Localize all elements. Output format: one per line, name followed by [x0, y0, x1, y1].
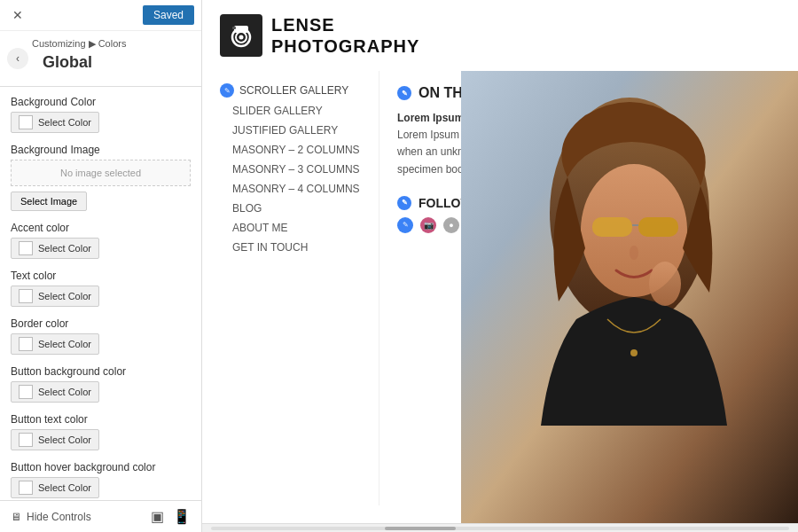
- button-hover-bg-color-section: Button hover background color Select Col…: [11, 461, 191, 498]
- text-color-button[interactable]: Select Color: [11, 286, 99, 307]
- button-bg-color-btn-label: Select Color: [38, 387, 91, 397]
- text-color-section: Text color Select Color: [11, 270, 191, 307]
- svg-point-4: [239, 35, 244, 40]
- site-nav: SCROLLER GALLERY SLIDER GALLERY JUSTIFIE…: [202, 71, 379, 505]
- border-color-section: Border color Select Color: [11, 317, 191, 355]
- button-hover-bg-color-btn-label: Select Color: [38, 482, 91, 493]
- nav-item-masonry4[interactable]: MASONRY – 4 COLUMNS: [220, 179, 361, 199]
- nav-about-label: ABOUT ME: [232, 222, 287, 234]
- monitor-icon: 🖥: [11, 511, 21, 523]
- logo-text: LENSE PHOTOGRAPHY: [271, 14, 419, 57]
- button-bg-color-button[interactable]: Select Color: [11, 381, 99, 403]
- hero-image-placeholder: [461, 71, 798, 523]
- button-hover-bg-color-button[interactable]: Select Color: [11, 477, 99, 498]
- accent-color-swatch: [19, 241, 33, 255]
- mobile-icon[interactable]: 📱: [173, 508, 191, 525]
- nav-item-contact[interactable]: GET IN TOUCH: [220, 238, 361, 257]
- button-text-color-swatch: [19, 433, 33, 447]
- text-color-swatch: [19, 289, 33, 303]
- nav-item-justified[interactable]: JUSTIFIED GALLERY: [220, 121, 361, 140]
- nav-masonry4-label: MASONRY – 4 COLUMNS: [232, 183, 360, 195]
- hide-controls-button[interactable]: 🖥 Hide Controls: [11, 511, 91, 523]
- panel-body: Background Color Select Color Background…: [0, 87, 201, 500]
- customizer-panel: ✕ Saved ‹ Customizing ▶ Colors Global Ba…: [0, 0, 202, 532]
- svg-point-13: [630, 349, 638, 356]
- scrollbar-track: [211, 527, 789, 530]
- border-color-label: Border color: [11, 317, 191, 330]
- panel-top-bar: ✕ Saved: [0, 0, 201, 30]
- circle-icon[interactable]: ●: [443, 217, 459, 233]
- svg-rect-5: [232, 27, 236, 29]
- nav-item-about[interactable]: ABOUT ME: [220, 218, 361, 238]
- nav-slider-label: SLIDER GALLERY: [232, 105, 323, 117]
- nav-masonry2-label: MASONRY – 2 COLUMNS: [232, 144, 360, 156]
- nav-item-masonry2[interactable]: MASONRY – 2 COLUMNS: [220, 140, 361, 160]
- edit-social-icon[interactable]: ✎: [397, 217, 413, 233]
- site-logo: LENSE PHOTOGRAPHY: [220, 14, 419, 57]
- preview-scrollbar[interactable]: [202, 523, 798, 532]
- site-header: LENSE PHOTOGRAPHY: [202, 0, 798, 71]
- nav-masonry3-label: MASONRY – 3 COLUMNS: [232, 163, 360, 176]
- hero-svg: [461, 71, 798, 523]
- instagram-icon[interactable]: 📷: [420, 217, 436, 233]
- select-image-button[interactable]: Select Image: [11, 192, 87, 211]
- back-button[interactable]: ‹: [7, 48, 28, 69]
- site-body: SCROLLER GALLERY SLIDER GALLERY JUSTIFIE…: [202, 71, 798, 505]
- svg-point-12: [630, 246, 638, 260]
- nav-justified-label: JUSTIFIED GALLERY: [232, 124, 338, 137]
- hero-image: [461, 71, 798, 523]
- hide-controls-label: Hide Controls: [27, 511, 91, 523]
- background-color-section: Background Color Select Color: [11, 96, 191, 133]
- panel-footer: 🖥 Hide Controls ▣ 📱: [0, 500, 201, 532]
- preview-content: LENSE PHOTOGRAPHY SCROLLER GALLERY SLIDE…: [202, 0, 798, 523]
- site-wrapper: LENSE PHOTOGRAPHY SCROLLER GALLERY SLIDE…: [202, 0, 798, 505]
- breadcrumb: ‹ Customizing ▶ Colors Global: [0, 30, 201, 86]
- section-title: Global: [32, 50, 191, 81]
- button-text-color-btn-label: Select Color: [38, 434, 91, 445]
- background-color-label: Background Color: [11, 96, 191, 108]
- nav-scroller-label: SCROLLER GALLERY: [239, 84, 348, 97]
- footer-icons: ▣ 📱: [151, 508, 191, 525]
- about-text-bold: Lorem Ipsum: [397, 112, 464, 124]
- no-image-placeholder: No image selected: [11, 160, 191, 186]
- nav-item-blog[interactable]: BLOG: [220, 199, 361, 218]
- border-color-swatch: [19, 337, 33, 351]
- accent-color-btn-label: Select Color: [38, 243, 91, 254]
- edit-scroller-icon[interactable]: [220, 83, 234, 98]
- button-bg-color-swatch: [19, 385, 33, 399]
- nav-item-slider[interactable]: SLIDER GALLERY: [220, 101, 361, 121]
- background-color-btn-label: Select Color: [38, 117, 91, 128]
- background-color-swatch: [19, 115, 33, 129]
- saved-button[interactable]: Saved: [143, 5, 194, 25]
- scrollbar-thumb[interactable]: [385, 527, 456, 530]
- border-color-btn-label: Select Color: [38, 339, 91, 349]
- nav-blog-label: BLOG: [232, 202, 262, 215]
- site-preview: LENSE PHOTOGRAPHY SCROLLER GALLERY SLIDE…: [202, 0, 798, 532]
- background-image-section: Background Image No image selected Selec…: [11, 144, 191, 211]
- button-text-color-button[interactable]: Select Color: [11, 429, 99, 450]
- border-color-button[interactable]: Select Color: [11, 333, 99, 355]
- accent-color-section: Accent color Select Color: [11, 222, 191, 259]
- svg-point-14: [649, 262, 681, 306]
- button-text-color-section: Button text color Select Color: [11, 413, 191, 450]
- edit-follow-icon[interactable]: [397, 196, 411, 210]
- nav-contact-label: GET IN TOUCH: [232, 241, 308, 254]
- button-hover-bg-color-label: Button hover background color: [11, 461, 191, 473]
- button-bg-color-label: Button background color: [11, 365, 191, 378]
- nav-item-masonry3[interactable]: MASONRY – 3 COLUMNS: [220, 160, 361, 179]
- nav-item-scroller[interactable]: SCROLLER GALLERY: [220, 80, 361, 101]
- panel-header: ✕ Saved ‹ Customizing ▶ Colors Global: [0, 0, 201, 87]
- background-color-button[interactable]: Select Color: [11, 112, 99, 133]
- button-bg-color-section: Button background color Select Color: [11, 365, 191, 403]
- svg-rect-9: [592, 217, 632, 237]
- accent-color-button[interactable]: Select Color: [11, 238, 99, 259]
- tablet-icon[interactable]: ▣: [151, 508, 164, 525]
- close-button[interactable]: ✕: [7, 6, 28, 24]
- accent-color-label: Accent color: [11, 222, 191, 234]
- edit-about-icon[interactable]: [397, 86, 411, 100]
- site-main-content: ON THE SUBJECT OF ME Lorem Ipsum is simp…: [379, 71, 798, 505]
- svg-rect-3: [234, 26, 248, 33]
- breadcrumb-text: Customizing ▶ Colors: [32, 38, 191, 50]
- svg-rect-10: [638, 217, 678, 237]
- camera-logo-icon: [220, 14, 262, 57]
